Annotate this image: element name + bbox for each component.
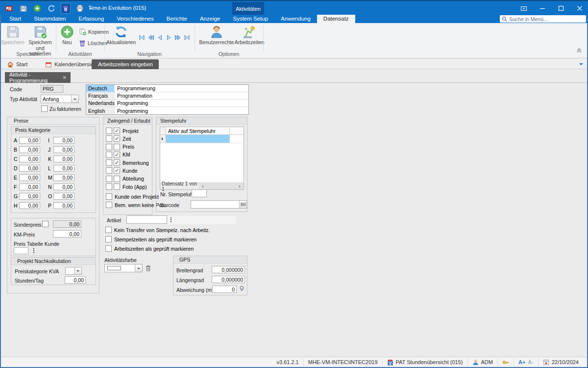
nav-last-button[interactable] — [184, 34, 190, 41]
search-input[interactable]: Suche in Menü... — [500, 15, 586, 23]
close-button[interactable] — [576, 5, 583, 12]
font-increase-button[interactable]: A+ — [518, 359, 525, 365]
barcode-button[interactable] — [239, 201, 246, 208]
km-preis-field[interactable]: 0,00 — [53, 230, 81, 237]
grid-cell[interactable] — [166, 135, 230, 143]
price-input[interactable]: 0,00 — [53, 137, 74, 144]
zwingend-checkbox[interactable] — [106, 144, 112, 150]
option-checkbox[interactable] — [106, 193, 112, 200]
clear-color-button[interactable] — [145, 264, 151, 273]
artikel-field[interactable] — [126, 215, 167, 224]
erlaubt-checkbox[interactable] — [114, 159, 120, 166]
contextual-tab-aktivitaeten[interactable]: Aktivitäten — [232, 2, 264, 16]
menu-tab[interactable]: System Setup — [226, 15, 274, 23]
preis-tabelle-kunde-field[interactable] — [14, 247, 28, 254]
lookup-ellipsis-button[interactable] — [31, 247, 37, 254]
zwingend-checkbox[interactable] — [106, 128, 112, 134]
zwingend-checkbox[interactable] — [106, 167, 112, 174]
new-button[interactable]: Neu — [58, 25, 76, 46]
date-indicator[interactable]: 22/10/2024 — [538, 359, 583, 366]
preiskategorie-kva-select[interactable] — [65, 267, 82, 275]
erlaubt-checkbox[interactable] — [114, 152, 120, 158]
price-input[interactable]: 0,00 — [53, 184, 74, 190]
window-position-icon[interactable] — [520, 5, 527, 12]
price-input[interactable]: 0,00 — [53, 146, 74, 153]
option-checkbox[interactable] — [105, 236, 112, 242]
erlaubt-checkbox[interactable] — [114, 128, 120, 134]
language-row[interactable]: English Programming — [86, 107, 248, 114]
zwingend-checkbox[interactable] — [106, 184, 112, 190]
nav-prev-button[interactable] — [157, 34, 163, 41]
close-inner-tab-icon[interactable] — [63, 76, 66, 79]
delete-button[interactable]: Löschen — [79, 40, 107, 47]
language-value-cell[interactable]: Programming — [115, 107, 248, 114]
tab-list-dropdown-icon[interactable] — [579, 63, 583, 67]
save-icon[interactable] — [18, 3, 28, 14]
zwingend-checkbox[interactable] — [106, 159, 112, 166]
code-field[interactable]: PRG — [41, 85, 63, 93]
sonderpreis-field[interactable]: 0,00 — [53, 220, 81, 228]
option-checkbox[interactable] — [105, 227, 112, 233]
nav-fast-prev-button[interactable] — [147, 34, 154, 41]
language-value-cell[interactable]: Programmierung — [115, 85, 248, 92]
grid-column-header[interactable]: Aktiv auf Stempeluhr — [166, 127, 230, 134]
menu-tab[interactable]: Datensatz — [317, 15, 355, 23]
price-input[interactable]: 0,00 — [19, 137, 40, 144]
doc-tab-start[interactable]: Start — [3, 59, 31, 69]
menu-tab[interactable]: Erfassung — [73, 15, 111, 23]
dropdown-button[interactable] — [135, 264, 142, 272]
refresh-icon[interactable] — [47, 3, 56, 14]
menu-tab[interactable]: Stammdaten — [27, 15, 72, 23]
option-checkbox[interactable] — [106, 202, 112, 208]
language-row[interactable]: Deutsch Programmierung — [86, 85, 248, 92]
language-name-cell[interactable]: English — [86, 107, 115, 114]
price-input[interactable]: 0,00 — [19, 156, 40, 162]
language-value-cell[interactable]: Programmation — [115, 92, 248, 99]
menu-tab[interactable]: Verschiedenes — [110, 15, 160, 23]
menu-tab[interactable]: Anwendung — [274, 15, 317, 23]
delete-icon[interactable] — [61, 3, 71, 14]
language-value-cell[interactable]: Programming — [115, 100, 248, 106]
price-input[interactable]: 0,00 — [19, 202, 40, 209]
price-input[interactable]: 0,00 — [19, 165, 40, 172]
nav-fast-next-button[interactable] — [174, 34, 181, 41]
price-input[interactable]: 0,00 — [19, 184, 40, 190]
laengengrad-field[interactable]: 0,000000 — [212, 276, 245, 283]
language-name-cell[interactable]: Français — [86, 92, 115, 99]
erlaubt-checkbox[interactable] — [114, 184, 120, 190]
new-icon[interactable] — [32, 3, 42, 14]
option-checkbox[interactable] — [105, 245, 112, 252]
inner-tab-aktivitaet[interactable]: Aktivität - Programmierung — [5, 72, 71, 83]
maximize-button[interactable] — [558, 5, 564, 12]
language-row[interactable]: Nederlands Programming — [86, 100, 248, 107]
save-button[interactable]: Speichern — [2, 25, 24, 46]
database-indicator[interactable]: PAT Stundenübersicht (015) — [382, 359, 467, 366]
scroll-right-icon[interactable] — [239, 185, 242, 188]
user-indicator[interactable]: ADM — [467, 359, 497, 366]
typ-aktivitaet-select[interactable]: Anfang — [41, 95, 79, 103]
erlaubt-checkbox[interactable] — [114, 135, 120, 142]
grid-scrollbar[interactable] — [199, 184, 244, 189]
work-times-button[interactable]: Arbeitszeiten — [236, 25, 263, 46]
dropdown-button[interactable] — [74, 267, 81, 274]
grid-empty-area[interactable] — [160, 143, 244, 183]
grid-selected-row[interactable] — [160, 135, 244, 143]
breitengrad-field[interactable]: 0,000000 — [212, 266, 245, 273]
collapse-ribbon-icon[interactable] — [576, 46, 582, 55]
aktivitaetsfarbe-select[interactable] — [104, 264, 143, 272]
menu-tab[interactable]: Start — [3, 15, 27, 23]
erlaubt-checkbox[interactable] — [114, 167, 120, 174]
language-name-cell[interactable]: Nederlands — [86, 100, 115, 106]
sonderpreis-checkbox[interactable] — [42, 221, 49, 227]
refresh-button[interactable]: Aktualisieren — [107, 25, 135, 46]
dropdown-button[interactable] — [71, 95, 78, 103]
menu-tab[interactable]: Berichte — [160, 15, 194, 23]
price-input[interactable]: 0,00 — [53, 174, 74, 181]
artikel-ellipsis-button[interactable] — [168, 216, 174, 223]
language-name-cell[interactable]: Deutsch — [86, 85, 115, 92]
user-rights-button[interactable]: Benutzerrechte — [198, 25, 235, 46]
nr-stempeluhr-field[interactable] — [192, 189, 207, 197]
zwingend-checkbox[interactable] — [106, 152, 112, 158]
doc-tab-arbeitszeiten-eingeben[interactable]: Arbeitszeiten eingeben — [92, 59, 159, 69]
price-input[interactable]: 0,00 — [19, 174, 40, 181]
